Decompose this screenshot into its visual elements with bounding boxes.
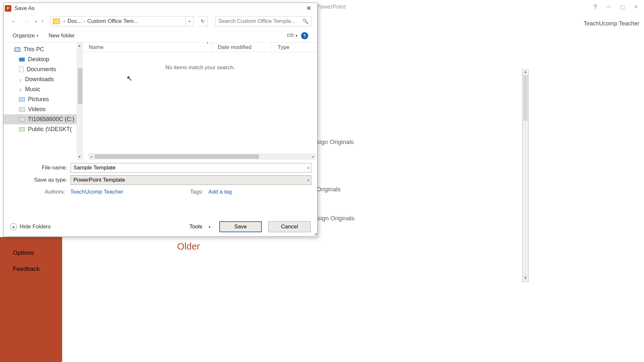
horizontal-scrollbar[interactable]: ◂ ▸ [88, 153, 316, 160]
column-name[interactable]: Name▴ [83, 43, 212, 52]
svg-rect-2 [287, 36, 289, 37]
organize-button[interactable]: Organize▾ [13, 33, 38, 39]
forward-icon[interactable]: → [22, 17, 31, 25]
backstage-sidebar: Options Feedback [0, 237, 62, 362]
dialog-titlebar[interactable]: P Save As ✕ [4, 3, 317, 14]
cancel-button[interactable]: Cancel [268, 221, 311, 232]
sidebar-item-feedback[interactable]: Feedback [0, 261, 62, 277]
file-name-field[interactable]: Sample Template▾ [71, 163, 311, 173]
close-icon[interactable]: ✕ [302, 3, 316, 14]
column-date[interactable]: Date modified [212, 43, 272, 52]
search-input[interactable] [218, 18, 302, 24]
chevron-down-icon: ▾ [296, 34, 297, 37]
tree-list: This PC Desktop Documents ↓Downloads ♪Mu… [4, 43, 83, 134]
history-dropdown-icon[interactable]: ▾ [35, 20, 37, 23]
tree-item-desktop[interactable]: Desktop [4, 54, 83, 64]
dialog-footer: ▲ Hide Folders Tools▾ Save Cancel [4, 217, 317, 236]
tree-item-downloads[interactable]: ↓Downloads [4, 74, 83, 84]
chevron-down-icon: ▾ [209, 225, 210, 229]
address-bar[interactable]: « Doc... › Custom Office Tem... ▾ [51, 16, 194, 26]
column-headers: Name▴ Date modified Type [83, 43, 317, 52]
folder-icon [53, 18, 60, 24]
folder-tree: ▲ ▼ This PC Desktop Documents ↓Downloads… [4, 43, 83, 160]
empty-message: No items match your search. [83, 64, 317, 71]
view-mode-button[interactable]: ▾ [287, 33, 297, 38]
save-button[interactable]: Save [219, 221, 262, 232]
collapse-icon: ▲ [10, 223, 17, 230]
tree-item-network[interactable]: Public (\\DESKT(▾ [4, 124, 83, 134]
tree-item-music[interactable]: ♪Music [4, 84, 83, 94]
network-drive-icon [19, 127, 25, 131]
search-icon[interactable]: 🔍 [302, 18, 308, 24]
chevron-down-icon[interactable]: ▾ [308, 178, 309, 182]
save-as-dialog: P Save As ✕ ← → ▾ ↑ « Doc... › Custom Of… [3, 3, 317, 237]
navigation-row: ← → ▾ ↑ « Doc... › Custom Office Tem... … [4, 14, 317, 29]
scroll-right-icon[interactable]: ▸ [310, 155, 316, 158]
column-type[interactable]: Type [272, 43, 317, 52]
maximize-icon[interactable]: ▢ [620, 4, 625, 10]
back-icon[interactable]: ← [9, 17, 18, 25]
scroll-down-icon[interactable]: ▼ [78, 155, 81, 158]
search-field[interactable]: 🔍 [215, 16, 311, 26]
toolbar: Organize▾ New folder ▾ ? [4, 29, 317, 43]
scroll-left-icon[interactable]: ◂ [88, 155, 94, 158]
close-window-icon[interactable]: ✕ [634, 4, 638, 10]
save-type-field[interactable]: PowerPoint Template▾ [71, 175, 311, 185]
tree-item-drive-c[interactable]: TI10658600C (C:) [4, 114, 83, 124]
help-icon[interactable]: ? [301, 32, 308, 39]
music-icon: ♪ [19, 87, 22, 92]
documents-icon [19, 67, 24, 72]
svg-rect-3 [289, 36, 294, 36]
hide-folders-button[interactable]: ▲ Hide Folders [10, 223, 51, 230]
scroll-up-icon[interactable]: ▲ [78, 44, 81, 47]
account-name[interactable]: TeachUcomp Teacher [583, 20, 639, 27]
chevron-left-icon[interactable]: « [62, 19, 67, 24]
file-list: Name▴ Date modified Type No items match … [83, 43, 317, 160]
pictures-icon [19, 97, 25, 101]
save-form: File name: Sample Template▾ Save as type… [4, 160, 317, 195]
authors-value[interactable]: TeachUcomp Teacher [70, 189, 123, 195]
powerpoint-icon: P [5, 5, 11, 12]
sort-asc-icon: ▴ [207, 41, 208, 44]
desktop-icon [19, 58, 25, 62]
up-icon[interactable]: ↑ [41, 18, 44, 25]
scroll-up-icon[interactable]: ▲ [523, 70, 528, 76]
resize-grip-icon[interactable]: ◢ [314, 232, 317, 236]
tree-scrollbar[interactable]: ▲ ▼ [77, 43, 83, 160]
tools-button[interactable]: Tools▾ [189, 224, 213, 230]
downloads-icon: ↓ [19, 77, 22, 82]
dialog-title: Save As [14, 5, 34, 12]
chevron-down-icon: ▾ [37, 34, 38, 37]
drive-icon [19, 117, 25, 121]
tree-item-documents[interactable]: Documents [4, 64, 83, 74]
breadcrumb-seg-2[interactable]: Custom Office Tem... [87, 18, 139, 24]
svg-rect-1 [289, 34, 294, 34]
minimize-icon[interactable]: — [606, 4, 611, 10]
tree-item-this-pc[interactable]: This PC [4, 44, 83, 54]
pc-icon [14, 47, 20, 52]
tags-label: Tags: [190, 189, 205, 195]
new-folder-button[interactable]: New folder [49, 33, 75, 39]
dialog-body: ▲ ▼ This PC Desktop Documents ↓Downloads… [4, 43, 317, 160]
h-scrollbar-thumb[interactable] [95, 154, 259, 159]
sidebar-item-options[interactable]: Options [0, 245, 62, 261]
chevron-right-icon[interactable]: › [82, 19, 87, 24]
tree-scrollbar-thumb[interactable] [78, 68, 82, 104]
scrollbar-thumb[interactable] [523, 76, 528, 121]
help-icon[interactable]: ? [593, 3, 597, 10]
breadcrumb-seg-1[interactable]: Doc... [67, 18, 82, 24]
scroll-down-icon[interactable]: ▼ [523, 276, 528, 282]
address-dropdown-icon[interactable]: ▾ [185, 16, 193, 26]
svg-rect-0 [287, 34, 289, 35]
older-heading: Older [177, 241, 200, 252]
refresh-icon[interactable]: ↻ [198, 16, 208, 26]
vertical-scrollbar[interactable]: ▲ ▼ [522, 70, 529, 282]
file-name-label: File name: [9, 165, 71, 171]
authors-label: Authors: [45, 189, 67, 195]
tree-item-videos[interactable]: Videos [4, 104, 83, 114]
save-type-label: Save as type: [9, 177, 71, 183]
chevron-down-icon[interactable]: ▾ [308, 166, 309, 170]
tree-item-pictures[interactable]: Pictures [4, 94, 83, 104]
window-controls: ? — ▢ ✕ [593, 3, 644, 10]
tags-value[interactable]: Add a tag [208, 189, 232, 195]
